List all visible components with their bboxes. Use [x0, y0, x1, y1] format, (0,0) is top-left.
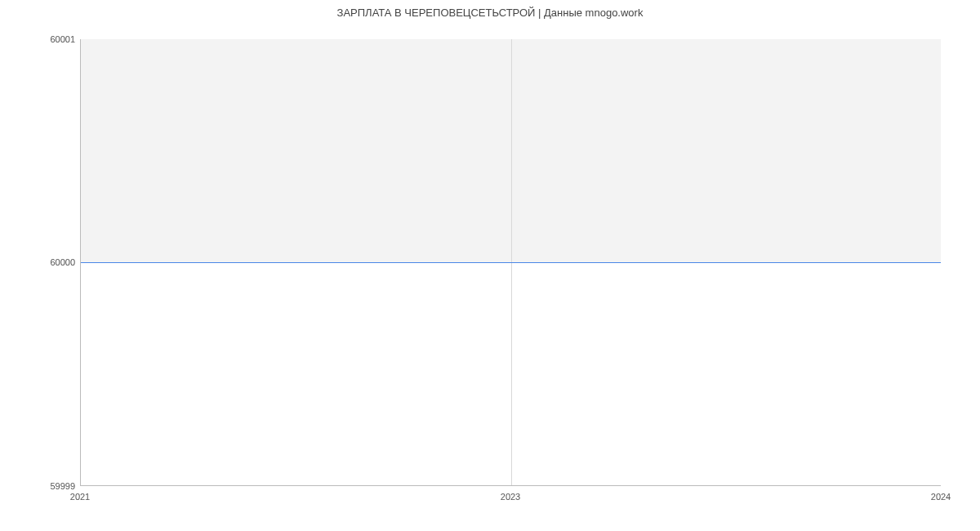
plot-area [80, 39, 941, 486]
chart-title: ЗАРПЛАТА В ЧЕРЕПОВЕЦСЕТЬСТРОЙ | Данные m… [0, 7, 980, 19]
x-tick-label: 2024 [931, 492, 951, 502]
y-tick-label: 60001 [26, 34, 75, 44]
y-tick-label: 59999 [26, 481, 75, 491]
x-tick-label: 2023 [501, 492, 520, 502]
salary-line [81, 262, 941, 263]
y-tick-label: 60000 [26, 257, 75, 267]
x-tick-label: 2021 [70, 492, 90, 502]
